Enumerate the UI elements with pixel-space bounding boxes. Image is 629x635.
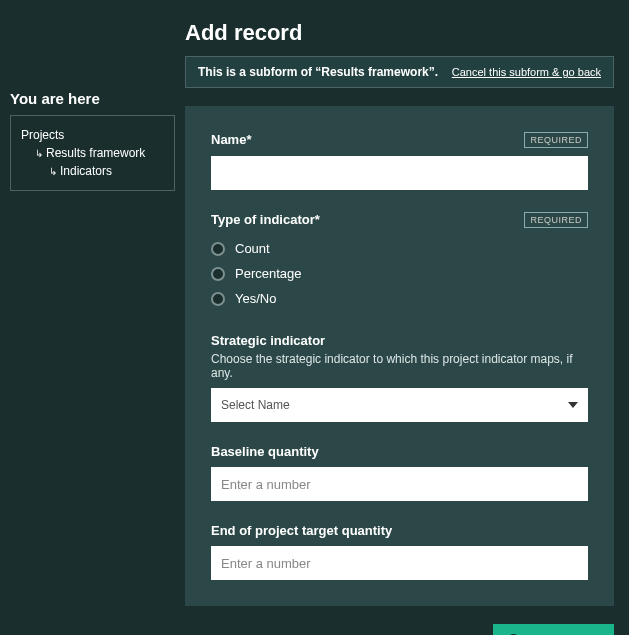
radio-icon <box>211 267 225 281</box>
breadcrumb: Projects ↳Results framework ↳Indicators <box>10 115 175 191</box>
footer-actions: ✖ Cancel ✔ Save record <box>185 606 614 635</box>
strategic-label: Strategic indicator <box>211 333 325 348</box>
baseline-label: Baseline quantity <box>211 444 319 459</box>
arrow-icon: ↳ <box>35 146 43 161</box>
radio-yesno[interactable]: Yes/No <box>211 286 588 311</box>
breadcrumb-item-projects[interactable]: Projects <box>21 126 164 144</box>
field-strategic: Strategic indicator Choose the strategic… <box>211 333 588 422</box>
strategic-select[interactable]: Select Name <box>211 388 588 422</box>
required-badge: REQUIRED <box>524 132 588 148</box>
main-content: Add record This is a subform of “Results… <box>185 0 629 635</box>
required-badge: REQUIRED <box>524 212 588 228</box>
form-panel: Name* REQUIRED Type of indicator* REQUIR… <box>185 106 614 606</box>
save-button[interactable]: ✔ Save record <box>493 624 614 635</box>
breadcrumb-item-results-framework[interactable]: ↳Results framework <box>21 144 164 162</box>
subform-notice: This is a subform of “Results framework”… <box>185 56 614 88</box>
cancel-subform-link[interactable]: Cancel this subform & go back <box>452 66 601 78</box>
strategic-helper: Choose the strategic indicator to which … <box>211 352 588 380</box>
subform-message: This is a subform of “Results framework”… <box>198 65 438 79</box>
breadcrumb-item-indicators[interactable]: ↳Indicators <box>21 162 164 180</box>
target-input[interactable] <box>211 546 588 580</box>
field-baseline: Baseline quantity <box>211 444 588 501</box>
page-title: Add record <box>185 20 614 46</box>
arrow-icon: ↳ <box>49 164 57 179</box>
cancel-button[interactable]: ✖ Cancel <box>398 624 480 635</box>
field-target: End of project target quantity <box>211 523 588 580</box>
baseline-input[interactable] <box>211 467 588 501</box>
radio-icon <box>211 292 225 306</box>
name-label: Name* <box>211 132 251 147</box>
radio-percentage[interactable]: Percentage <box>211 261 588 286</box>
radio-count[interactable]: Count <box>211 236 588 261</box>
select-placeholder: Select Name <box>221 398 290 412</box>
chevron-down-icon <box>568 402 578 408</box>
target-label: End of project target quantity <box>211 523 392 538</box>
type-radio-group: Count Percentage Yes/No <box>211 236 588 311</box>
field-name: Name* REQUIRED <box>211 132 588 190</box>
field-type: Type of indicator* REQUIRED Count Percen… <box>211 212 588 311</box>
sidebar: You are here Projects ↳Results framework… <box>0 0 185 635</box>
type-label: Type of indicator* <box>211 212 320 227</box>
radio-icon <box>211 242 225 256</box>
you-are-here-heading: You are here <box>10 90 175 107</box>
name-input[interactable] <box>211 156 588 190</box>
